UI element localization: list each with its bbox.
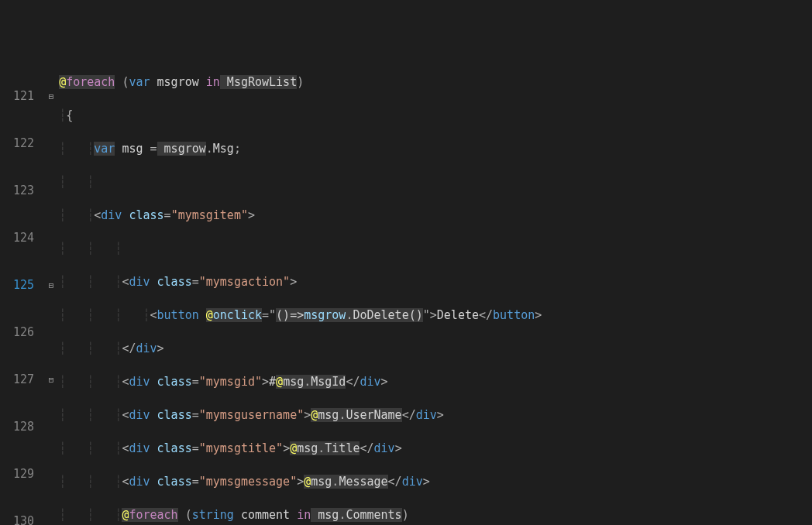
code-line[interactable]: ┆ { [59, 106, 812, 125]
code-line[interactable]: ┆ ┆ ┆ [59, 239, 812, 259]
fold-column: ⊟ ⊟ ⊟ ⊟ ⊟ ⊟ [43, 56, 59, 525]
code-line[interactable]: ┆ ┆ [59, 173, 812, 192]
line-number: 125 [6, 276, 34, 295]
code-line[interactable]: ┆ ┆ var msg = msgrow.Msg; [59, 139, 812, 159]
line-number: 127 [6, 370, 34, 389]
code-line[interactable]: ┆ ┆ <div class="mymsgitem"> [59, 206, 812, 225]
code-area[interactable]: @foreach (var msgrow in MsgRowList) ┆ { … [59, 56, 812, 525]
line-number: 129 [6, 465, 34, 484]
line-number-gutter: 121 122 123 124 125 126 127 128 129 130 … [0, 56, 43, 525]
line-number: 128 [6, 417, 34, 437]
fold-icon[interactable]: ⊟ [43, 370, 59, 389]
code-line[interactable]: ┆ ┆ ┆ </div> [59, 339, 812, 359]
fold-icon[interactable] [43, 323, 59, 342]
code-line[interactable]: ┆ ┆ ┆ <div class="mymsgusername">@msg.Us… [59, 406, 812, 425]
fold-icon[interactable]: ⊟ [43, 87, 59, 106]
code-line[interactable]: ┆ ┆ ┆ ┆ <button @onclick="()=>msgrow.DoD… [59, 306, 812, 325]
code-line[interactable]: ┆ ┆ ┆ <div class="mymsgid">#@msg.MsgId</… [59, 372, 812, 392]
fold-icon[interactable]: ⊟ [43, 276, 59, 295]
code-line[interactable]: ┆ ┆ ┆ <div class="mymsgmessage">@msg.Mes… [59, 472, 812, 492]
line-number: 130 [6, 512, 34, 525]
fold-icon[interactable] [43, 512, 59, 525]
line-number: 123 [6, 181, 34, 201]
code-editor[interactable]: 121 122 123 124 125 126 127 128 129 130 … [0, 56, 812, 525]
fold-icon[interactable] [43, 134, 59, 153]
code-line[interactable]: ┆ ┆ ┆ <div class="mymsgaction"> [59, 273, 812, 292]
fold-icon[interactable] [43, 417, 59, 437]
code-line[interactable]: ┆ ┆ ┆ <div class="mymsgtitle">@msg.Title… [59, 439, 812, 458]
line-number: 121 [6, 87, 34, 106]
code-line[interactable]: @foreach (var msgrow in MsgRowList) [59, 73, 812, 92]
line-number: 124 [6, 228, 34, 248]
fold-icon[interactable] [43, 228, 59, 248]
line-number: 126 [6, 323, 34, 342]
fold-icon[interactable] [43, 465, 59, 484]
fold-icon[interactable] [43, 181, 59, 201]
code-line[interactable]: ┆ ┆ ┆ @foreach (string comment in msg.Co… [59, 506, 812, 525]
line-number: 122 [6, 134, 34, 153]
